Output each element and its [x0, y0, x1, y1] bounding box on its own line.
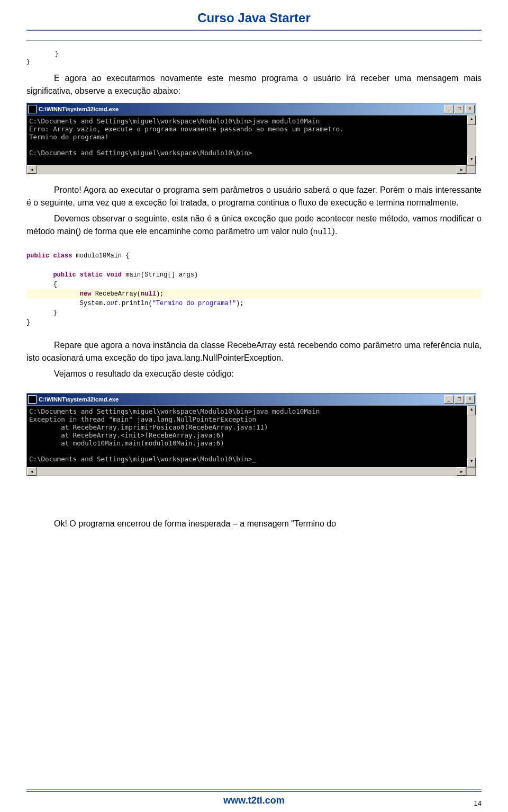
header-rule-bottom: [26, 40, 482, 41]
cmd-icon: [28, 395, 37, 404]
paragraph-5: Vejamos o resultado da execução deste có…: [26, 368, 482, 380]
closing-braces: } }: [55, 50, 482, 67]
header-rule-top: [26, 30, 482, 31]
minimize-button[interactable]: _: [444, 105, 453, 113]
paragraph-4: Repare que agora a nova instância da cla…: [26, 339, 482, 364]
java-code-block: public class modulo10Main { public stati…: [26, 251, 482, 327]
cmd1-hscroll[interactable]: ◂ ▸: [27, 165, 476, 174]
scroll-down-icon[interactable]: ▾: [467, 156, 476, 165]
cmd1-title-text: C:\WINNT\system32\cmd.exe: [39, 106, 444, 112]
cmd1-output: C:\Documents and Settings\miguel\workspa…: [27, 115, 467, 165]
page-number: 14: [474, 799, 482, 807]
cmd-window-2: C:\WINNT\system32\cmd.exe _ □ × C:\Docum…: [26, 393, 476, 476]
brace-1: }: [55, 50, 482, 58]
cmd2-hscroll[interactable]: ◂ ▸: [27, 467, 476, 476]
cmd-icon: [28, 105, 37, 113]
scroll-left-icon[interactable]: ◂: [27, 467, 37, 476]
cmd2-titlebar: C:\WINNT\system32\cmd.exe _ □ ×: [27, 394, 476, 405]
close-button[interactable]: ×: [465, 105, 475, 113]
scroll-right-icon[interactable]: ▸: [457, 165, 466, 174]
paragraph-1: E agora ao executarmos novamente este me…: [26, 72, 482, 97]
minimize-button[interactable]: _: [444, 395, 453, 404]
paragraph-6: Ok! O programa encerrou de forma inesper…: [26, 517, 482, 530]
cmd2-output: C:\Documents and Settings\miguel\workspa…: [27, 406, 467, 467]
paragraph-2: Pronto! Agora ao executar o programa sem…: [26, 184, 482, 209]
cmd2-vscroll[interactable]: ▴ ▾: [467, 406, 476, 467]
cmd2-title-text: C:\WINNT\system32\cmd.exe: [39, 396, 444, 403]
scroll-right-icon[interactable]: ▸: [457, 467, 466, 476]
close-button[interactable]: ×: [465, 395, 475, 404]
scroll-down-icon[interactable]: ▾: [467, 458, 476, 467]
footer-url: www.t2ti.com: [223, 795, 284, 806]
maximize-button[interactable]: □: [455, 105, 464, 113]
footer-rule-bottom: [26, 791, 482, 792]
page-footer: www.t2ti.com: [0, 789, 508, 806]
sizegrip-icon: [466, 165, 476, 174]
sizegrip-icon: [466, 467, 476, 476]
brace-2: }: [26, 58, 482, 66]
paragraph-3: Devemos observar o seguinte, esta não é …: [26, 212, 482, 239]
cmd1-titlebar: C:\WINNT\system32\cmd.exe _ □ ×: [27, 103, 476, 115]
scroll-left-icon[interactable]: ◂: [27, 165, 37, 174]
footer-rule-top: [26, 789, 482, 790]
cmd-window-1: C:\WINNT\system32\cmd.exe _ □ × C:\Docum…: [26, 103, 476, 174]
maximize-button[interactable]: □: [455, 395, 464, 404]
scroll-up-icon[interactable]: ▴: [467, 406, 476, 415]
page-header-title: Curso Java Starter: [26, 11, 482, 25]
cmd1-vscroll[interactable]: ▴ ▾: [467, 115, 476, 165]
scroll-up-icon[interactable]: ▴: [467, 115, 476, 125]
null-literal: null: [313, 228, 332, 237]
